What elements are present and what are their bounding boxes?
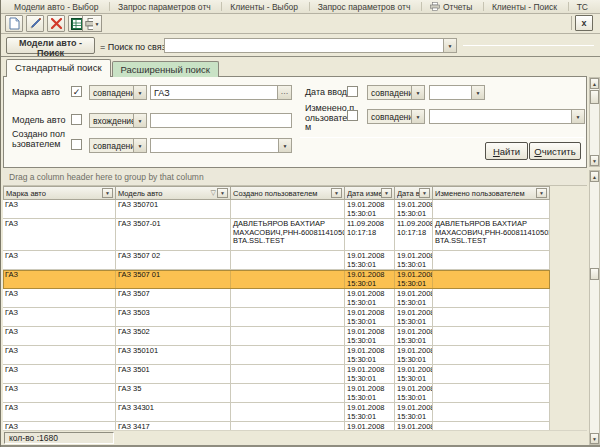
created-by-value-select[interactable]: ▼ [150,138,292,153]
brand-operator-select[interactable]: совпадение ▼ [89,85,147,100]
column-header-0[interactable]: Марка авто▼ [3,186,116,200]
entry-date-checkbox[interactable] [347,86,358,97]
new-record-button[interactable] [5,15,23,32]
entry-date-operator-select[interactable]: совпадение ▼ [367,85,425,100]
created-by-checkbox[interactable] [71,139,82,150]
table-cell: ДАВЛЕТЬЯРОВ БАХТИАРМАХАСОВИЧ,РНН-6008114… [231,219,345,251]
table-cell: 19.01.200815:30:01 [395,384,433,403]
tab-advanced-search[interactable]: Расширенный поиск [112,61,219,77]
window-tab-2[interactable]: Клиенты - Выбор [221,0,307,13]
table-cell [231,365,345,384]
filter-button[interactable]: ▼ [331,188,342,198]
grid-scrollbar[interactable]: ▲ ▼ [589,170,600,445]
filter-button[interactable]: ▼ [217,188,228,198]
column-header-label: Дата вв [397,189,419,198]
model-value-input[interactable] [150,113,292,128]
grid-group-panel[interactable]: Drag a column header here to group by th… [3,169,587,186]
window-tab-label: Запрос параметров отч [118,2,211,12]
table-row[interactable]: ГАЗГАЗ 350219.01.200815:30:0119.01.20081… [3,327,550,346]
edit-record-button[interactable] [26,15,44,32]
chevron-down-icon[interactable]: ▼ [133,114,146,127]
table-row[interactable]: ГАЗГАЗ 3430119.01.200815:30:0119.01.2008… [3,403,550,422]
table-cell: ГАЗ 3501 [116,365,231,384]
model-checkbox[interactable] [71,114,82,125]
edit-pencil-icon [29,17,42,30]
tab-standard-search[interactable]: Стандартный поиск [6,59,111,77]
column-header-3[interactable]: Дата измене▼ [345,186,395,200]
table-row[interactable]: ГАЗГАЗ 3507-01ДАВЛЕТЬЯРОВ БАХТИАРМАХАСОВ… [3,219,550,251]
column-header-4[interactable]: Дата вв▼ [395,186,433,200]
module-header: Модели авто - Поиск = Поиск по связи = ▼ [1,34,600,57]
window-tab-1[interactable]: Запрос параметров отч [109,0,220,13]
chevron-down-icon[interactable]: ▼ [133,139,146,152]
table-row-selected[interactable]: ГАЗГАЗ 3507 0119.01.200815:30:0119.01.20… [3,270,550,289]
window-tab-6[interactable]: ТС [568,0,597,13]
table-cell: ГАЗ 350101 [116,346,231,365]
modified-by-operator-select[interactable]: совпадение ▼ [367,109,425,124]
ellipsis-lookup-button[interactable]: … [277,86,291,99]
table-cell [433,384,550,403]
table-row[interactable]: ГАЗГАЗ 341719.01.200819.01.2008 [3,422,550,430]
scroll-up-icon[interactable]: ▲ [590,171,599,182]
table-row[interactable]: ГАЗГАЗ 3519.01.200815:30:0119.01.200815:… [3,384,550,403]
scroll-up-icon[interactable]: ▲ [590,78,599,89]
window-tab-4[interactable]: Отчеты [421,0,481,13]
table-cell: 19.01.200815:30:01 [345,384,395,403]
window-tab-3[interactable]: Запрос параметров отч [309,0,420,13]
close-button[interactable]: x [575,15,593,31]
scrollbar-thumb[interactable] [590,90,599,104]
table-cell [433,289,550,308]
table-cell: 19.01.200815:30:01 [345,403,395,422]
chevron-down-icon[interactable]: ▼ [443,39,456,52]
chevron-down-icon[interactable]: ▼ [411,110,424,123]
model-operator-select[interactable]: вхождение ▼ [89,113,147,128]
brand-value-input[interactable]: ГАЗ … [150,85,292,100]
window-tab-label: ТС [577,2,588,12]
filter-button[interactable]: ▼ [536,188,547,198]
table-cell: ГАЗ [3,219,116,251]
grid-body: ГАЗГАЗ 35070119.01.200815:30:0119.01.200… [3,200,550,430]
delete-record-button[interactable] [47,15,65,32]
table-row[interactable]: ГАЗГАЗ 350119.01.200815:30:0119.01.20081… [3,365,550,384]
window-tab-0[interactable]: Модели авто - Выбор [5,0,107,13]
filter-button[interactable]: ▼ [381,188,392,198]
form-scrollbar[interactable]: ▲ ▼ [589,77,600,167]
chevron-down-icon[interactable]: ▼ [571,110,584,123]
modified-by-checkbox[interactable] [347,110,358,121]
column-header-1[interactable]: Модель авто▽▼ [116,186,231,200]
filter-button[interactable]: ▼ [419,188,430,198]
table-cell: ГАЗ 3503 [116,308,231,327]
chevron-down-icon[interactable]: ▼ [411,86,424,99]
window-tab-5[interactable]: Клиенты - Поиск [483,0,566,13]
filter-button[interactable]: ▼ [102,188,113,198]
clear-button[interactable]: Очистить [529,142,581,160]
scroll-down-icon[interactable]: ▼ [590,433,599,444]
entry-date-value-select[interactable]: ▼ [429,85,485,100]
chevron-down-icon[interactable]: ▼ [278,139,291,152]
table-row[interactable]: ГАЗГАЗ 350719.01.200815:30:0119.01.20081… [3,289,550,308]
table-cell [433,308,550,327]
modified-by-value-select[interactable]: ▼ [429,109,585,124]
brand-checkbox[interactable]: ✓ [71,86,82,97]
print-dropdown-button[interactable]: ▼ [93,15,102,32]
table-cell: ГАЗ 35 [116,384,231,403]
table-row[interactable]: ГАЗГАЗ 35010119.01.200815:30:0119.01.200… [3,346,550,365]
find-button[interactable]: Найти [485,142,528,160]
table-row[interactable]: ГАЗГАЗ 350319.01.200815:30:0119.01.20081… [3,308,550,327]
column-header-5[interactable]: Изменено пользователем▼ [433,186,550,200]
app-window: Модели авто - ВыборЗапрос параметров отч… [0,0,600,447]
table-row[interactable]: ГАЗГАЗ 35070119.01.200815:30:0119.01.200… [3,200,550,219]
scroll-down-icon[interactable]: ▼ [590,155,599,166]
chevron-down-icon[interactable]: ▼ [133,86,146,99]
chevron-down-icon[interactable]: ▼ [471,86,484,99]
divider [463,45,594,46]
module-title-button[interactable]: Модели авто - Поиск [6,37,95,54]
table-cell: 19.01.200815:30:01 [345,289,395,308]
created-by-operator-select[interactable]: совпадение ▼ [89,138,147,153]
scrollbar-thumb[interactable] [590,268,599,280]
table-cell: ГАЗ 3507 01 [116,270,231,289]
column-header-2[interactable]: Создано пользователем▼ [231,186,345,200]
column-header-label: Дата измене [347,189,381,198]
relation-search-combobox[interactable]: ▼ [164,38,457,53]
table-row[interactable]: ГАЗГАЗ 3507 0219.01.200815:30:0119.01.20… [3,251,550,270]
